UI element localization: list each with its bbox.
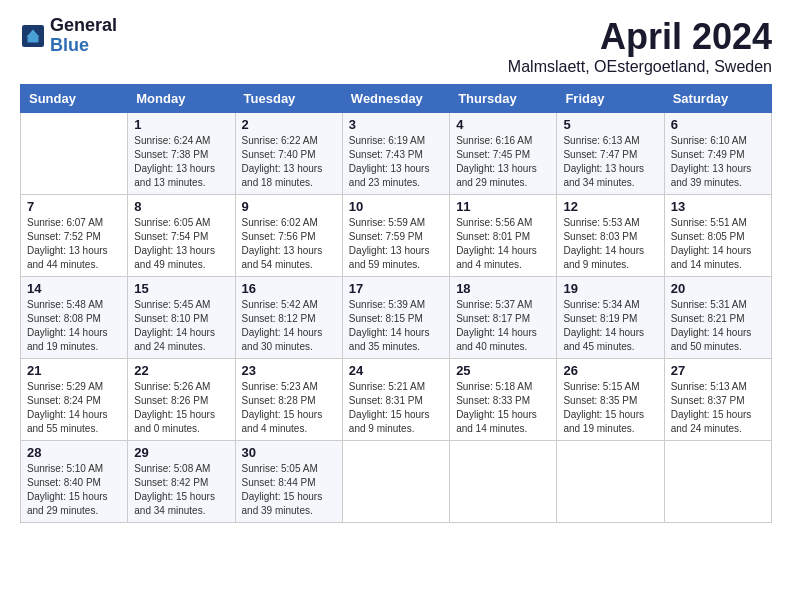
logo-general: General: [50, 16, 117, 36]
day-info: Sunrise: 5:21 AMSunset: 8:31 PMDaylight:…: [349, 380, 443, 436]
calendar-week-row: 21Sunrise: 5:29 AMSunset: 8:24 PMDayligh…: [21, 359, 772, 441]
day-number: 20: [671, 281, 765, 296]
calendar-header-row: SundayMondayTuesdayWednesdayThursdayFrid…: [21, 85, 772, 113]
calendar-cell: 15Sunrise: 5:45 AMSunset: 8:10 PMDayligh…: [128, 277, 235, 359]
day-info: Sunrise: 5:26 AMSunset: 8:26 PMDaylight:…: [134, 380, 228, 436]
day-info: Sunrise: 5:10 AMSunset: 8:40 PMDaylight:…: [27, 462, 121, 518]
calendar-cell: 2Sunrise: 6:22 AMSunset: 7:40 PMDaylight…: [235, 113, 342, 195]
day-info: Sunrise: 6:10 AMSunset: 7:49 PMDaylight:…: [671, 134, 765, 190]
day-info: Sunrise: 5:08 AMSunset: 8:42 PMDaylight:…: [134, 462, 228, 518]
calendar-cell: 24Sunrise: 5:21 AMSunset: 8:31 PMDayligh…: [342, 359, 449, 441]
logo: General Blue: [20, 16, 117, 56]
day-number: 29: [134, 445, 228, 460]
calendar-header-cell: Saturday: [664, 85, 771, 113]
calendar-cell: 18Sunrise: 5:37 AMSunset: 8:17 PMDayligh…: [450, 277, 557, 359]
calendar-cell: 3Sunrise: 6:19 AMSunset: 7:43 PMDaylight…: [342, 113, 449, 195]
day-info: Sunrise: 6:13 AMSunset: 7:47 PMDaylight:…: [563, 134, 657, 190]
day-info: Sunrise: 5:23 AMSunset: 8:28 PMDaylight:…: [242, 380, 336, 436]
day-number: 6: [671, 117, 765, 132]
calendar-cell: [21, 113, 128, 195]
svg-rect-2: [28, 37, 39, 43]
day-number: 11: [456, 199, 550, 214]
month-title: April 2024: [508, 16, 772, 58]
day-number: 12: [563, 199, 657, 214]
day-number: 27: [671, 363, 765, 378]
calendar-header-cell: Tuesday: [235, 85, 342, 113]
calendar-cell: 25Sunrise: 5:18 AMSunset: 8:33 PMDayligh…: [450, 359, 557, 441]
calendar-cell: [342, 441, 449, 523]
calendar-header-cell: Wednesday: [342, 85, 449, 113]
day-info: Sunrise: 5:13 AMSunset: 8:37 PMDaylight:…: [671, 380, 765, 436]
calendar-cell: 16Sunrise: 5:42 AMSunset: 8:12 PMDayligh…: [235, 277, 342, 359]
calendar-cell: [664, 441, 771, 523]
calendar-header-cell: Sunday: [21, 85, 128, 113]
day-info: Sunrise: 5:05 AMSunset: 8:44 PMDaylight:…: [242, 462, 336, 518]
calendar-cell: 29Sunrise: 5:08 AMSunset: 8:42 PMDayligh…: [128, 441, 235, 523]
calendar-cell: 4Sunrise: 6:16 AMSunset: 7:45 PMDaylight…: [450, 113, 557, 195]
calendar-cell: 12Sunrise: 5:53 AMSunset: 8:03 PMDayligh…: [557, 195, 664, 277]
day-number: 1: [134, 117, 228, 132]
day-info: Sunrise: 5:37 AMSunset: 8:17 PMDaylight:…: [456, 298, 550, 354]
day-number: 13: [671, 199, 765, 214]
day-number: 19: [563, 281, 657, 296]
calendar-cell: [557, 441, 664, 523]
page-header: General Blue April 2024 Malmslaett, OEst…: [20, 16, 772, 76]
day-info: Sunrise: 5:18 AMSunset: 8:33 PMDaylight:…: [456, 380, 550, 436]
day-info: Sunrise: 5:15 AMSunset: 8:35 PMDaylight:…: [563, 380, 657, 436]
day-number: 15: [134, 281, 228, 296]
calendar-week-row: 1Sunrise: 6:24 AMSunset: 7:38 PMDaylight…: [21, 113, 772, 195]
calendar-week-row: 7Sunrise: 6:07 AMSunset: 7:52 PMDaylight…: [21, 195, 772, 277]
day-number: 28: [27, 445, 121, 460]
day-number: 30: [242, 445, 336, 460]
day-number: 10: [349, 199, 443, 214]
day-info: Sunrise: 5:39 AMSunset: 8:15 PMDaylight:…: [349, 298, 443, 354]
calendar-cell: 13Sunrise: 5:51 AMSunset: 8:05 PMDayligh…: [664, 195, 771, 277]
day-info: Sunrise: 6:07 AMSunset: 7:52 PMDaylight:…: [27, 216, 121, 272]
day-number: 22: [134, 363, 228, 378]
day-number: 16: [242, 281, 336, 296]
day-info: Sunrise: 6:24 AMSunset: 7:38 PMDaylight:…: [134, 134, 228, 190]
calendar-header-cell: Monday: [128, 85, 235, 113]
day-number: 17: [349, 281, 443, 296]
calendar-cell: 14Sunrise: 5:48 AMSunset: 8:08 PMDayligh…: [21, 277, 128, 359]
day-info: Sunrise: 5:29 AMSunset: 8:24 PMDaylight:…: [27, 380, 121, 436]
day-info: Sunrise: 6:02 AMSunset: 7:56 PMDaylight:…: [242, 216, 336, 272]
calendar-cell: 28Sunrise: 5:10 AMSunset: 8:40 PMDayligh…: [21, 441, 128, 523]
day-info: Sunrise: 5:48 AMSunset: 8:08 PMDaylight:…: [27, 298, 121, 354]
calendar-week-row: 28Sunrise: 5:10 AMSunset: 8:40 PMDayligh…: [21, 441, 772, 523]
day-number: 2: [242, 117, 336, 132]
day-info: Sunrise: 5:53 AMSunset: 8:03 PMDaylight:…: [563, 216, 657, 272]
calendar-cell: 17Sunrise: 5:39 AMSunset: 8:15 PMDayligh…: [342, 277, 449, 359]
calendar-cell: 27Sunrise: 5:13 AMSunset: 8:37 PMDayligh…: [664, 359, 771, 441]
calendar-cell: 10Sunrise: 5:59 AMSunset: 7:59 PMDayligh…: [342, 195, 449, 277]
logo-icon: [22, 25, 44, 47]
location-title: Malmslaett, OEstergoetland, Sweden: [508, 58, 772, 76]
day-number: 25: [456, 363, 550, 378]
day-number: 26: [563, 363, 657, 378]
calendar-cell: 20Sunrise: 5:31 AMSunset: 8:21 PMDayligh…: [664, 277, 771, 359]
day-info: Sunrise: 5:42 AMSunset: 8:12 PMDaylight:…: [242, 298, 336, 354]
day-info: Sunrise: 6:22 AMSunset: 7:40 PMDaylight:…: [242, 134, 336, 190]
day-number: 18: [456, 281, 550, 296]
day-number: 9: [242, 199, 336, 214]
calendar-cell: [450, 441, 557, 523]
day-number: 24: [349, 363, 443, 378]
day-info: Sunrise: 5:51 AMSunset: 8:05 PMDaylight:…: [671, 216, 765, 272]
calendar-table: SundayMondayTuesdayWednesdayThursdayFrid…: [20, 84, 772, 523]
day-info: Sunrise: 5:34 AMSunset: 8:19 PMDaylight:…: [563, 298, 657, 354]
day-number: 14: [27, 281, 121, 296]
logo-text: General Blue: [50, 16, 117, 56]
day-info: Sunrise: 6:19 AMSunset: 7:43 PMDaylight:…: [349, 134, 443, 190]
calendar-cell: 8Sunrise: 6:05 AMSunset: 7:54 PMDaylight…: [128, 195, 235, 277]
day-number: 4: [456, 117, 550, 132]
calendar-cell: 19Sunrise: 5:34 AMSunset: 8:19 PMDayligh…: [557, 277, 664, 359]
day-number: 21: [27, 363, 121, 378]
calendar-cell: 9Sunrise: 6:02 AMSunset: 7:56 PMDaylight…: [235, 195, 342, 277]
calendar-header-cell: Thursday: [450, 85, 557, 113]
day-number: 5: [563, 117, 657, 132]
calendar-cell: 23Sunrise: 5:23 AMSunset: 8:28 PMDayligh…: [235, 359, 342, 441]
calendar-cell: 30Sunrise: 5:05 AMSunset: 8:44 PMDayligh…: [235, 441, 342, 523]
day-number: 23: [242, 363, 336, 378]
logo-blue: Blue: [50, 36, 117, 56]
calendar-cell: 7Sunrise: 6:07 AMSunset: 7:52 PMDaylight…: [21, 195, 128, 277]
